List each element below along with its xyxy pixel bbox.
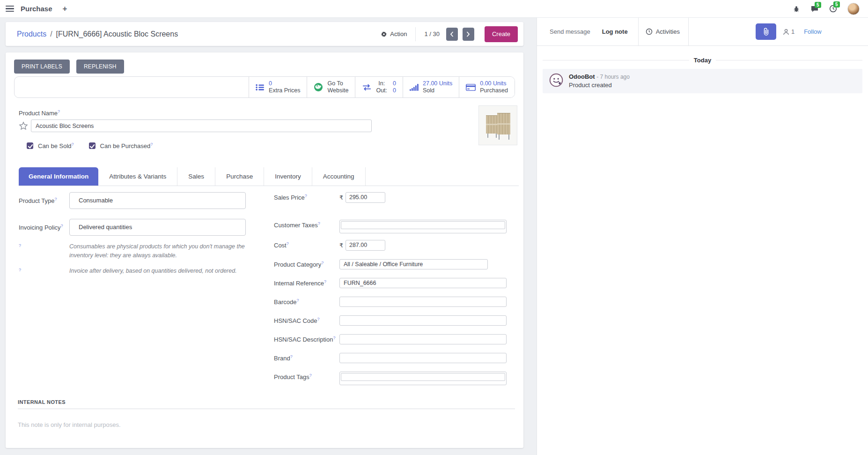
product-category-input[interactable] xyxy=(339,259,488,269)
customer-taxes-tags-field[interactable] xyxy=(339,220,507,233)
can-be-sold-label: Can be Sold? xyxy=(38,142,74,149)
tab-sales[interactable]: Sales xyxy=(177,167,215,186)
cost-input[interactable] xyxy=(346,240,385,251)
tab-purchase[interactable]: Purchase xyxy=(215,167,264,186)
internal-reference-input[interactable] xyxy=(339,278,507,288)
can-be-purchased-label: Can be Purchased? xyxy=(100,142,153,149)
activities-tab[interactable]: Activities xyxy=(646,28,680,35)
product-form-sheet: PRINT LABELS REPLENISH 0Extra Prices Go … xyxy=(6,52,523,448)
attach-files-button[interactable] xyxy=(756,23,776,40)
sales-price-currency: ₹ xyxy=(339,194,343,201)
customer-taxes-input[interactable] xyxy=(341,221,505,229)
in-value: 0 xyxy=(393,80,396,87)
units-sold-value: 27.00 Units xyxy=(423,80,452,87)
product-image[interactable] xyxy=(478,105,517,145)
extra-prices-label: Extra Prices xyxy=(269,87,300,94)
barcode-label: Barcode? xyxy=(274,297,339,306)
pager-next-button[interactable] xyxy=(463,28,474,41)
product-tags-tags-field[interactable] xyxy=(339,372,507,385)
invoicing-policy-label: Invoicing Policy? xyxy=(19,219,69,231)
cost-label: Cost? xyxy=(274,240,339,249)
hsn-sac-code-label: HSN/SAC Code? xyxy=(274,315,339,324)
invoicing-policy-help-text: Invoice after delivery, based on quantit… xyxy=(69,267,246,276)
extra-prices-stat-button[interactable]: 0Extra Prices xyxy=(249,77,307,97)
go-to-website-stat-button[interactable]: Go ToWebsite xyxy=(307,77,355,97)
log-note-tab[interactable]: Log note xyxy=(602,28,628,35)
message-timestamp: - 7 hours ago xyxy=(596,74,630,80)
out-value: 0 xyxy=(393,87,396,94)
debug-bug-icon[interactable] xyxy=(793,5,800,13)
message-text: Product created xyxy=(569,82,630,89)
in-label: In: xyxy=(376,80,387,87)
tab-accounting[interactable]: Accounting xyxy=(312,167,366,186)
product-type-select[interactable] xyxy=(69,192,246,209)
chatter-topbar: Send message Log note Activities 1 Follo… xyxy=(537,18,868,46)
messages-icon[interactable]: 5 xyxy=(810,5,819,13)
can-be-sold-checkbox[interactable] xyxy=(27,142,33,149)
in-out-stat-button[interactable]: In: 0 Out: 0 xyxy=(355,77,403,97)
sales-price-input[interactable] xyxy=(346,192,385,203)
followers-button[interactable]: 1 xyxy=(783,28,794,35)
user-avatar[interactable] xyxy=(847,3,860,15)
brand-label: Brand? xyxy=(274,353,339,362)
pager-previous-button[interactable] xyxy=(446,28,458,41)
stat-button-box: 0Extra Prices Go ToWebsite In: 0 Out: 0 xyxy=(14,76,515,98)
breadcrumb-separator: / xyxy=(50,30,52,38)
notebook-tabs: General Information Attributes & Variant… xyxy=(19,167,519,186)
follow-button[interactable]: Follow xyxy=(804,28,822,35)
internal-notes-title: INTERNAL NOTES xyxy=(18,399,515,409)
odoobot-avatar xyxy=(549,73,563,87)
date-divider: Today xyxy=(543,57,862,64)
pager-count: 1 / 30 xyxy=(424,30,440,37)
new-tab-icon[interactable]: + xyxy=(63,4,67,14)
product-name-label: Product Name? xyxy=(19,109,515,117)
credit-card-icon xyxy=(466,84,476,91)
go-to-website-line2: Website xyxy=(327,87,348,94)
extra-prices-value: 0 xyxy=(269,80,272,87)
app-name[interactable]: Purchase xyxy=(21,5,52,13)
breadcrumb-products-link[interactable]: Products xyxy=(17,30,46,38)
favorite-star-icon[interactable] xyxy=(19,121,28,131)
chevron-right-icon xyxy=(466,31,470,37)
hsn-sac-code-input[interactable] xyxy=(339,315,507,326)
tab-attributes-variants[interactable]: Attributes & Variants xyxy=(98,167,177,186)
product-tags-input[interactable] xyxy=(341,373,505,381)
internal-notes-placeholder[interactable]: This note is only for internal purposes. xyxy=(18,421,515,428)
units-purchased-stat-button[interactable]: 0.00 UnitsPurchased xyxy=(459,77,515,97)
messages-count-badge: 5 xyxy=(815,2,821,8)
barcode-input[interactable] xyxy=(339,297,507,307)
action-menu-label: Action xyxy=(390,30,407,37)
invoicing-policy-select[interactable] xyxy=(69,219,246,236)
globe-icon xyxy=(314,82,323,92)
follower-count: 1 xyxy=(791,28,794,35)
paperclip-icon xyxy=(763,28,769,36)
date-divider-label: Today xyxy=(694,57,711,64)
action-menu-button[interactable]: Action xyxy=(381,30,407,37)
activities-count-badge: 5 xyxy=(833,1,840,7)
tab-inventory[interactable]: Inventory xyxy=(264,167,312,186)
top-navbar: Purchase + 5 5 xyxy=(0,0,868,18)
tab-general-information[interactable]: General Information xyxy=(19,167,98,186)
create-button[interactable]: Create xyxy=(485,26,518,42)
can-be-purchased-checkbox[interactable] xyxy=(89,142,96,149)
message-author[interactable]: OdooBot xyxy=(569,73,595,80)
product-category-label: Product Category? xyxy=(274,259,339,268)
sales-price-label: Sales Price? xyxy=(274,192,339,201)
apps-menu-icon[interactable] xyxy=(6,6,14,12)
chatter-message[interactable]: OdooBot - 7 hours ago Product created xyxy=(543,69,862,93)
product-name-input[interactable] xyxy=(31,119,372,132)
activities-clock-icon[interactable]: 5 xyxy=(829,5,837,13)
product-type-help-text: Consumables are physical products for wh… xyxy=(69,242,246,260)
send-message-tab[interactable]: Send message xyxy=(550,28,590,35)
print-labels-button[interactable]: PRINT LABELS xyxy=(14,60,70,74)
units-purchased-label: Purchased xyxy=(480,87,508,94)
brand-input[interactable] xyxy=(339,353,507,363)
units-sold-stat-button[interactable]: 27.00 UnitsSold xyxy=(403,77,459,97)
replenish-button[interactable]: REPLENISH xyxy=(76,60,124,74)
cost-currency: ₹ xyxy=(339,242,343,249)
gear-icon xyxy=(381,31,387,37)
control-panel: Products / [FURN_6666] Acoustic Bloc Scr… xyxy=(6,22,523,46)
breadcrumb-current: [FURN_6666] Acoustic Bloc Screens xyxy=(56,30,178,38)
follower-person-icon xyxy=(783,29,789,35)
hsn-sac-description-input[interactable] xyxy=(339,334,507,344)
